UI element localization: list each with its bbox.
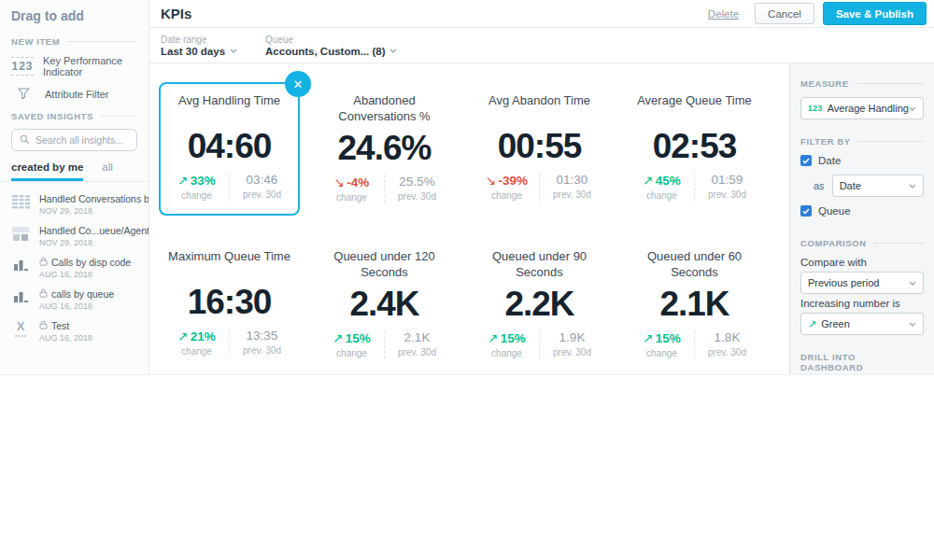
chevron-down-icon [230, 49, 237, 53]
increasing-number-dropdown[interactable]: ↗ Green [800, 313, 924, 335]
kpi-title: Queued under 120 Seconds [319, 247, 449, 281]
chevron-down-icon [909, 184, 916, 189]
lock-icon [39, 288, 48, 300]
measure-123-icon: 123 [808, 104, 823, 113]
insight-name: Calls by disp code [51, 257, 131, 268]
kpi-tile[interactable]: Avg Abandon Time 00:55 ↘-39% change 01:3… [469, 82, 610, 216]
funnel-icon [11, 87, 35, 101]
kpi-value: 2.2K [474, 287, 604, 321]
table-icon [9, 193, 32, 210]
insight-name: Test [51, 320, 69, 331]
kpi-123-icon: 123 [11, 55, 34, 77]
tab-all[interactable]: all [102, 157, 113, 181]
kpi-tile[interactable]: Queued under 90 Seconds 2.2K ↗15% change… [469, 238, 610, 371]
date-filter-checkbox-row[interactable]: Date [800, 155, 924, 166]
insight-date: AUG 16, 2018 [39, 301, 114, 311]
queue-filter-label: Queue [265, 35, 397, 45]
kpi-title: Avg Abandon Time [474, 91, 604, 123]
measure-section-label: MEASURE [800, 78, 924, 89]
list-item[interactable]: X Test AUG 16, 2018 [0, 315, 149, 347]
kpi-title: Abandoned Conversations % [319, 91, 449, 125]
insights-search[interactable] [11, 129, 137, 151]
kpi-previous: 2.1K [385, 330, 449, 344]
compare-with-label: Compare with [800, 257, 924, 268]
new-item-kpi[interactable]: 123 Key Performance Indicator [0, 50, 149, 82]
list-item[interactable]: Calls by disp code AUG 16, 2018 [0, 252, 149, 284]
insights-tabs: created by me all [0, 157, 149, 182]
increasing-number-label: Increasing number is [800, 298, 924, 309]
trend-arrow-icon: ↗ [333, 331, 343, 345]
kpi-tile[interactable]: Queued under 120 Seconds 2.4K ↗15% chang… [314, 238, 455, 371]
kpi-change: ↗21% [164, 329, 229, 343]
new-item-section-label: NEW ITEM [0, 36, 149, 47]
checkbox-checked-icon[interactable] [800, 205, 812, 217]
page-title: KPIs [161, 6, 191, 21]
kpi-value: 00:55 [474, 129, 604, 163]
kpi-title: Average Queue Time [630, 91, 759, 123]
save-publish-button[interactable]: Save & Publish [823, 2, 927, 25]
new-item-attribute-filter[interactable]: Attribute Filter [0, 82, 149, 105]
kpi-previous: 01:59 [695, 173, 759, 187]
kpi-value: 24.6% [319, 131, 449, 165]
config-sidebar: MEASURE 123 Average Handling Time FILTER… [789, 63, 934, 374]
trend-arrow-icon: ↘ [334, 175, 345, 189]
trend-up-icon: ↗ [808, 318, 816, 330]
kpi-tile[interactable]: Abandoned Conversations % 24.6% ↘-4% cha… [314, 82, 455, 216]
kpi-title: Queued under 60 Seconds [630, 247, 759, 281]
compare-with-dropdown[interactable]: Previous period [800, 272, 924, 294]
list-item[interactable]: Handled Conversations by D NOV 29, 2018 [0, 189, 149, 220]
queue-filter-checkbox-row[interactable]: Queue [800, 205, 924, 217]
lock-icon [39, 320, 48, 331]
kpi-previous: 01:30 [540, 173, 604, 187]
trend-arrow-icon: ↗ [488, 331, 498, 345]
kpi-title: Maximum Queue Time [164, 247, 294, 279]
kpi-title: Avg Handling Time [164, 91, 294, 123]
kpi-change: ↘-39% [474, 173, 539, 188]
kpi-change: ↗15% [319, 330, 384, 345]
insight-date: NOV 29, 2018 [39, 206, 149, 216]
delete-link[interactable]: Delete [708, 8, 739, 20]
measure-dropdown[interactable]: 123 Average Handling Time [800, 97, 924, 119]
kpi-tile[interactable]: Queued under 60 Seconds 2.1K ↗15% change… [624, 238, 765, 371]
kpi-value: 16:30 [164, 285, 294, 319]
top-bar: KPIs Delete Cancel Save & Publish [149, 0, 934, 28]
tab-created-by-me[interactable]: created by me [11, 157, 83, 181]
lock-icon [39, 257, 48, 268]
bar-chart-icon [9, 288, 32, 305]
new-item-attribute-filter-label: Attribute Filter [45, 89, 108, 100]
headline-insight-icon: X [9, 320, 32, 337]
insight-date: AUG 16, 2018 [39, 270, 131, 279]
insight-name: Handled Conversations by D [39, 193, 149, 204]
kpi-previous: 13:35 [230, 329, 294, 343]
kpi-change: ↗33% [164, 173, 229, 188]
saved-insights-section-label: SAVED INSIGHTS [0, 111, 149, 121]
kpi-previous: 1.8K [695, 330, 759, 344]
chevron-down-icon [909, 322, 916, 327]
main-area: KPIs Delete Cancel Save & Publish Date r… [149, 0, 934, 374]
date-granularity-dropdown[interactable]: Date [832, 175, 924, 197]
kpi-value: 2.4K [319, 287, 449, 321]
kpi-change: ↗45% [630, 173, 694, 188]
kpi-value: 2.1K [630, 287, 759, 321]
kpi-value: 02:53 [630, 129, 759, 163]
kpi-value: 04:60 [164, 129, 294, 163]
search-input[interactable] [35, 134, 129, 146]
checkbox-checked-icon[interactable] [800, 155, 812, 166]
list-item[interactable]: calls by queue AUG 16, 2018 [0, 284, 149, 315]
chevron-down-icon [389, 49, 397, 53]
kpi-tile[interactable]: Maximum Queue Time 16:30 ↗21% change 13:… [159, 238, 300, 371]
kpi-tile[interactable]: ✕ Avg Handling Time 04:60 ↗33% change 03… [159, 82, 300, 216]
filter-bar: Date range Last 30 days Queue Accounts, … [149, 28, 934, 63]
queue-filter[interactable]: Queue Accounts, Custom... (8) [265, 35, 397, 57]
list-item[interactable]: Handled Co...ueue/Agent NOV 29, 2018 [0, 220, 149, 252]
close-icon[interactable]: ✕ [285, 71, 311, 97]
drill-section-label: DRILL INTO DASHBOARD [800, 352, 924, 372]
kpi-previous: 03:46 [230, 173, 294, 187]
drag-to-add-heading: Drag to add [0, 0, 149, 31]
insight-date: AUG 16, 2018 [39, 333, 92, 343]
kpi-tile[interactable]: Average Queue Time 02:53 ↗45% change 01:… [624, 82, 765, 216]
date-range-filter[interactable]: Date range Last 30 days [161, 35, 237, 57]
dashboard-canvas: ✕ Avg Handling Time 04:60 ↗33% change 03… [149, 63, 789, 374]
dashboard-editor: Drag to add NEW ITEM 123 Key Performance… [0, 0, 934, 375]
cancel-button[interactable]: Cancel [755, 3, 814, 24]
